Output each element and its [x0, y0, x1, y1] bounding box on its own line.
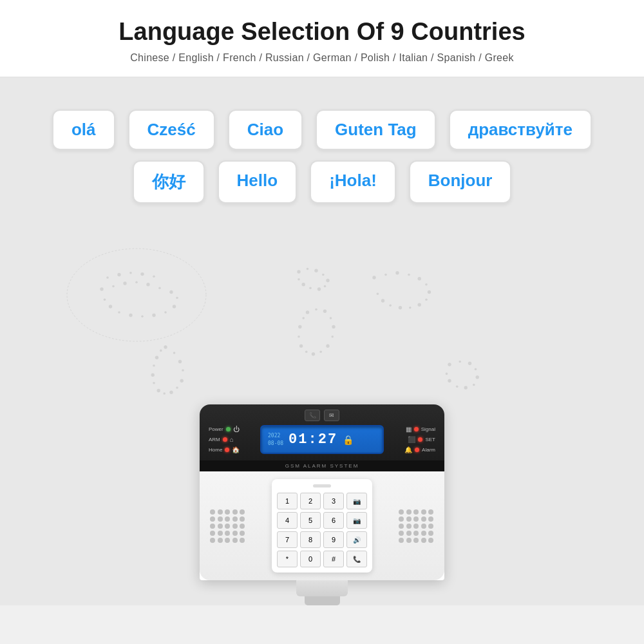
svg-point-81: [456, 385, 459, 388]
key-9[interactable]: 9: [323, 531, 344, 548]
device-stand-base-container: [187, 596, 457, 605]
key-0[interactable]: 0: [300, 551, 321, 567]
home-led: [225, 448, 229, 452]
svg-point-53: [319, 350, 322, 353]
key-5[interactable]: 5: [300, 512, 321, 529]
speaker-dot: [240, 516, 245, 522]
svg-point-72: [381, 299, 384, 302]
svg-point-48: [323, 310, 327, 313]
device-stand-upper: [296, 580, 348, 596]
key-4[interactable]: 4: [277, 512, 298, 529]
svg-point-62: [395, 271, 399, 274]
svg-point-4: [135, 281, 138, 283]
speaker-dot: [210, 509, 215, 515]
svg-point-80: [464, 386, 468, 389]
key-2[interactable]: 2: [300, 493, 321, 509]
key-1[interactable]: 1: [277, 493, 298, 509]
speaker-dot: [413, 516, 419, 522]
signal-led: [414, 427, 419, 431]
key-phone[interactable]: 📞: [346, 551, 367, 567]
home-indicator: Home 🏠: [209, 446, 254, 453]
svg-point-35: [160, 350, 162, 352]
alarm-device: 📞 ✉ Power ⏻ ARM: [187, 404, 457, 605]
key-8[interactable]: 8: [300, 531, 321, 548]
speaker-dot: [421, 509, 426, 515]
lcd-date-line: 08-08: [268, 440, 283, 448]
home-label: Home: [209, 447, 222, 453]
power-icon: ⏻: [233, 426, 240, 433]
speaker-dot: [218, 516, 223, 522]
main-content: olá Cześć Ciao Guten Tag дравствуйте 你好 …: [0, 77, 644, 605]
speaker-dot: [399, 538, 404, 543]
svg-point-63: [408, 274, 410, 276]
lcd-display: 2022 08-08 01:27 🔒: [260, 425, 384, 454]
speaker-dot: [399, 509, 404, 515]
speaker-dot: [413, 509, 419, 515]
svg-point-77: [475, 368, 477, 370]
speaker-dot: [421, 538, 426, 543]
speaker-dot: [232, 524, 238, 529]
speaker-dot: [218, 509, 223, 515]
key-volume[interactable]: 🔊: [346, 531, 367, 548]
svg-point-60: [372, 276, 375, 279]
svg-point-40: [326, 279, 329, 282]
svg-point-26: [180, 379, 184, 383]
svg-point-74: [448, 363, 451, 366]
svg-point-39: [322, 274, 325, 276]
svg-point-57: [298, 336, 300, 338]
svg-point-20: [140, 272, 144, 276]
svg-point-17: [106, 276, 109, 279]
svg-point-27: [176, 386, 178, 389]
svg-point-71: [389, 304, 392, 307]
greeting-portuguese: olá: [52, 109, 115, 150]
svg-point-37: [307, 268, 309, 270]
svg-point-52: [326, 345, 329, 348]
svg-point-49: [330, 317, 332, 319]
key-camera2[interactable]: 📷: [346, 512, 367, 529]
device-upper-body: 📞 ✉ Power ⏻ ARM: [200, 404, 444, 580]
signal-indicator: ▦ Signal: [390, 426, 435, 433]
top-icons-row: 📞 ✉: [209, 410, 435, 421]
svg-point-19: [129, 272, 132, 274]
speaker-dot: [421, 524, 426, 529]
svg-point-46: [306, 310, 309, 314]
greeting-italian: Ciao: [228, 109, 303, 150]
key-3[interactable]: 3: [323, 493, 344, 509]
svg-point-51: [331, 336, 334, 338]
key-6[interactable]: 6: [323, 512, 344, 529]
svg-point-54: [312, 352, 315, 355]
speaker-dot: [406, 531, 412, 536]
speaker-dot: [240, 509, 245, 515]
greeting-russian: дравствуйте: [449, 109, 592, 150]
svg-point-0: [67, 249, 206, 341]
svg-point-75: [459, 361, 461, 363]
speaker-dot: [225, 516, 230, 522]
svg-point-22: [164, 345, 167, 348]
svg-point-21: [153, 275, 155, 278]
arm-indicator: ARM ⌂: [209, 436, 254, 443]
greetings-row-2: 你好 Hello ¡Hola! Bonjour: [133, 160, 512, 204]
greeting-polish: Cześć: [128, 109, 215, 150]
svg-point-6: [158, 287, 161, 289]
svg-point-65: [425, 283, 428, 286]
svg-point-82: [448, 379, 451, 383]
speaker-dot: [240, 531, 245, 536]
greeting-french: Bonjour: [409, 160, 512, 204]
signal-label: Signal: [421, 426, 435, 432]
svg-point-66: [428, 290, 431, 294]
key-star[interactable]: *: [277, 551, 298, 567]
svg-point-1: [100, 287, 103, 290]
greeting-english: Hello: [218, 160, 298, 204]
key-hash[interactable]: #: [323, 551, 344, 567]
svg-point-9: [173, 305, 176, 308]
key-7[interactable]: 7: [277, 531, 298, 548]
key-camera1[interactable]: 📷: [346, 493, 367, 509]
right-speaker: [399, 509, 434, 543]
speaker-dot: [225, 509, 230, 515]
speaker-dot: [225, 524, 230, 529]
speaker-dot: [406, 524, 412, 529]
speaker-dot: [421, 516, 426, 522]
speaker-dot: [406, 538, 412, 543]
svg-point-15: [109, 305, 112, 308]
keypad-indicator: [313, 484, 331, 488]
